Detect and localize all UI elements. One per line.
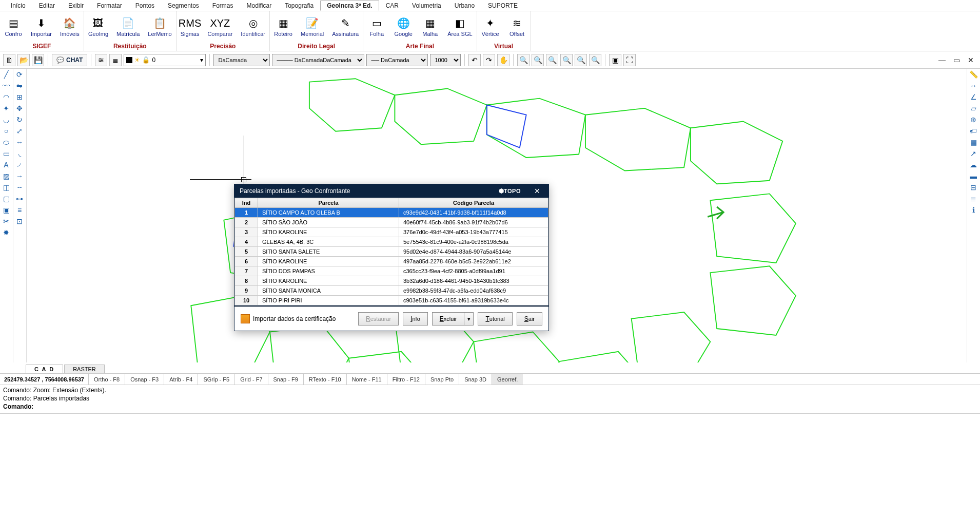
spline-icon[interactable]: ◡ [0, 114, 12, 125]
ribbon-im-veis-button[interactable]: 🏠Imóveis [56, 11, 84, 42]
undo-icon[interactable]: ↶ [468, 54, 481, 66]
menu-tab-suporte[interactable]: SUPORTE [481, 1, 524, 11]
hatch-icon[interactable]: ▨ [0, 170, 12, 182]
ribbon-roteiro-button[interactable]: ▦Roteiro [270, 11, 297, 42]
tab-raster[interactable]: RASTER [64, 365, 105, 373]
excluir-button[interactable]: Excluir [432, 312, 465, 325]
menu-tab-formatar[interactable]: Formatar [90, 1, 129, 11]
chamfer-icon[interactable]: ⟋ [13, 159, 26, 170]
menu-tab-urbano[interactable]: Urbano [448, 1, 481, 11]
dialog-close-icon[interactable]: ✕ [531, 187, 543, 195]
viewport-icon[interactable]: ▣ [609, 54, 621, 66]
measure-icon[interactable]: 📏 [967, 69, 979, 80]
trim-icon[interactable]: ✂ [0, 216, 12, 227]
info-button[interactable]: Info [403, 312, 428, 325]
ribbon-confro-button[interactable]: ▤Confro [0, 11, 27, 42]
table-row[interactable]: 6SÍTIO KAROLINE497aa85d-2278-460e-b5c5-2… [235, 257, 548, 266]
table-tool-icon[interactable]: ▦ [967, 137, 979, 148]
menu-tab-segmentos[interactable]: Segmentos [161, 1, 206, 11]
excluir-dropdown-icon[interactable]: ▾ [464, 312, 474, 325]
explode-icon[interactable]: ✸ [0, 227, 12, 238]
status-snap-3d[interactable]: Snap 3D [459, 374, 492, 385]
table-row[interactable]: 9SÍTIO SANTA MONICAe9982b38-59f3-47dc-a6… [235, 286, 548, 296]
ribbon-assinatura-button[interactable]: ✎Assinatura [328, 11, 363, 42]
area-icon[interactable]: ▱ [967, 103, 979, 114]
status-atrib-f4[interactable]: Atrib - F4 [164, 374, 198, 385]
new-file-icon[interactable]: 🗎 [3, 54, 15, 66]
extend-icon[interactable]: → [13, 170, 26, 182]
lineweight-select[interactable]: ── DaCamada [366, 54, 428, 66]
ribbon-importar-button[interactable]: ⬇Importar [27, 11, 56, 42]
save-file-icon[interactable]: 💾 [32, 54, 44, 66]
ribbon-folha-button[interactable]: ▭Folha [363, 11, 390, 42]
col-parcela[interactable]: Parcela [258, 198, 399, 208]
restaurar-button[interactable]: Restaurar [358, 312, 399, 325]
table-row[interactable]: 4GLEBAS 4A, 4B, 3C5e75543c-81c9-400e-a2f… [235, 237, 548, 247]
leader-icon[interactable]: ↗ [967, 148, 979, 159]
mirror-icon[interactable]: ⇋ [13, 80, 26, 91]
menu-tab-geoincra-3-ed-[interactable]: GeoIncra 3ª Ed. [320, 1, 379, 11]
props-icon[interactable]: ℹ [967, 204, 979, 216]
rotate-icon[interactable]: ↻ [13, 114, 26, 125]
redo-icon[interactable]: ↷ [483, 54, 495, 66]
color-bylayer-select[interactable]: DaCamada [213, 54, 270, 66]
status-rtexto-f10[interactable]: RTexto - F10 [303, 374, 346, 385]
layer-tool-icon[interactable]: ≣ [967, 193, 979, 204]
table-row[interactable]: 3SÍTIO KAROLINE376e7d0c-49df-43f4-a053-1… [235, 227, 548, 237]
array-icon[interactable]: ⊞ [13, 91, 26, 103]
ribbon-comparar-button[interactable]: XYZComparar [203, 11, 237, 42]
menu-tab-volumetria[interactable]: Volumetria [405, 1, 448, 11]
menu-tab-in-cio[interactable]: Início [4, 1, 32, 11]
layer-selector[interactable]: ☀ 🔓 0 ▾ [124, 54, 206, 66]
window-restore-icon[interactable]: ▭ [950, 54, 963, 66]
region-icon[interactable]: ◫ [0, 182, 12, 193]
menu-tab-formas[interactable]: Formas [206, 1, 240, 11]
menu-tab-editar[interactable]: Editar [32, 1, 62, 11]
cloud-icon[interactable]: ☁ [967, 159, 979, 170]
group-icon[interactable]: ⊟ [967, 182, 979, 193]
ribbon--rea-sgl-button[interactable]: ◧Área SGL [443, 11, 476, 42]
sair-button[interactable]: Sair [517, 312, 542, 325]
dialog-table-wrapper[interactable]: Ind Parcela Código Parcela 1SÍTIO CAMPO … [234, 198, 548, 307]
layers-icon[interactable]: ≋ [95, 54, 107, 66]
ribbon-google-button[interactable]: 🌐Google [390, 11, 417, 42]
ribbon-offset-button[interactable]: ≋Offset [504, 11, 531, 42]
scale-icon[interactable]: ⤢ [13, 125, 26, 137]
block-icon[interactable]: ▣ [0, 204, 12, 216]
ellipse-icon[interactable]: ⬭ [0, 137, 12, 148]
point-icon[interactable]: ✦ [0, 103, 12, 114]
menu-tab-modificar[interactable]: Modificar [240, 1, 278, 11]
angle-icon[interactable]: ∠ [967, 91, 979, 103]
rectangle-icon[interactable]: ▭ [0, 148, 12, 159]
scale-select[interactable]: 1000 [430, 54, 461, 66]
zoom-window-icon[interactable]: 🔍 [546, 54, 558, 66]
layer-states-icon[interactable]: ≣ [109, 54, 122, 66]
col-ind[interactable]: Ind [235, 198, 258, 208]
menu-tab-pontos[interactable]: Pontos [129, 1, 161, 11]
ribbon-v-rtice-button[interactable]: ✦Vértice [477, 11, 504, 42]
dimension-icon[interactable]: ↔ [967, 80, 979, 91]
menu-tab-car[interactable]: CAR [379, 1, 405, 11]
zoom-extents-icon[interactable]: 🔍 [560, 54, 573, 66]
zoom-realtime-icon[interactable]: 🔍 [589, 54, 601, 66]
boundary-icon[interactable]: ▢ [0, 193, 12, 204]
move-icon[interactable]: ✥ [13, 103, 26, 114]
tab-cad[interactable]: C A D [26, 365, 63, 373]
window-minimize-icon[interactable]: — [936, 54, 948, 66]
ribbon-lermemo-button[interactable]: 📋LerMemo [144, 11, 175, 42]
table-row[interactable]: 2SÍTIO SÃO JOÃO40e60f74-45cb-4b86-9ab3-9… [235, 218, 548, 227]
status-snap-f9[interactable]: Snap - F9 [268, 374, 303, 385]
open-file-icon[interactable]: 📂 [17, 54, 30, 66]
line-icon[interactable]: ╱ [0, 69, 12, 80]
ribbon-identificar-button[interactable]: ◎Identificar [237, 11, 269, 42]
wipeout-icon[interactable]: ▬ [967, 170, 979, 182]
col-codigo[interactable]: Código Parcela [399, 198, 548, 208]
ribbon-matr-cula-button[interactable]: 📄Matrícula [112, 11, 144, 42]
status-georref-[interactable]: Georref. [492, 374, 523, 385]
command-area[interactable]: Comando: Zoom: Extensão (Extents). Coman… [0, 385, 980, 414]
pan-icon[interactable]: ✋ [497, 54, 509, 66]
ribbon-memorial-button[interactable]: 📝Memorial [297, 11, 328, 42]
dialog-titlebar[interactable]: Parcelas importadas - Geo Confrontante ⬢… [234, 184, 548, 198]
ribbon-geoimg-button[interactable]: 🖼GeoImg [84, 11, 112, 42]
status-grid-f7[interactable]: Grid - F7 [234, 374, 267, 385]
